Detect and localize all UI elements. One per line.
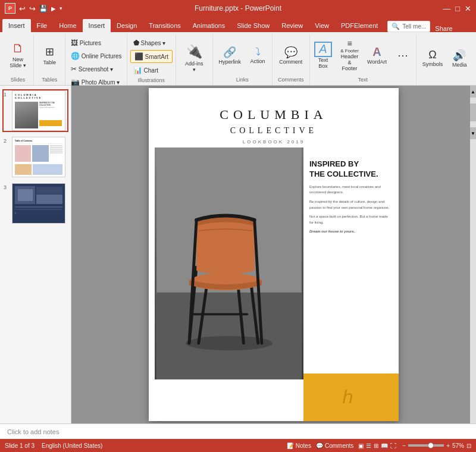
scroll-down-btn[interactable]: ▼: [470, 127, 476, 139]
smartart-btn[interactable]: ⬛ SmartArt: [130, 50, 173, 63]
scroll-thumb[interactable]: [470, 103, 476, 121]
view-normal-btn[interactable]: ▣: [358, 442, 364, 449]
new-slide-label: NewSlide ▾: [10, 56, 26, 68]
title-bar: P ↩ ↪ 💾 ▶ ▾ Furniture.pptx - PowerPoint …: [0, 0, 476, 17]
notes-icon: 📝: [287, 442, 294, 449]
zoom-level: 57%: [452, 442, 464, 449]
slide-num-3: 3: [4, 184, 10, 190]
ribbon-group-illustrations: ⬟ Shapes ▾ ⬛ SmartArt 📊 Chart Illustrati…: [127, 34, 176, 85]
zoom-in-btn[interactable]: +: [446, 442, 450, 449]
close-btn[interactable]: ✕: [465, 4, 471, 13]
comments-btn[interactable]: 💬 Comments: [316, 442, 353, 449]
online-pictures-btn[interactable]: 🌐 Online Pictures: [68, 50, 125, 62]
play-btn[interactable]: ▶: [51, 5, 56, 12]
zoom-out-btn[interactable]: −: [402, 442, 406, 449]
screenshot-btn[interactable]: ✂ Screenshot ▾: [68, 63, 125, 75]
slide-panel[interactable]: 1 COLUMBIA COLLECTIVE INSPIRED BY THE CO…: [0, 86, 71, 423]
zoom-thumb[interactable]: [428, 442, 434, 448]
view-presenter-btn[interactable]: ⛶: [390, 442, 396, 449]
fit-btn[interactable]: ⊡: [466, 442, 471, 449]
wordart-label: WordArt: [367, 59, 387, 65]
textbox-btn[interactable]: A TextBox: [311, 37, 335, 73]
media-label: Media: [452, 62, 467, 68]
comment-icon: 💬: [284, 46, 298, 59]
hyperlink-icon: 🔗: [223, 46, 236, 59]
shapes-btn[interactable]: ⬟ Shapes ▾: [130, 37, 173, 49]
view-outline-btn[interactable]: ☰: [366, 442, 371, 449]
addins-btn[interactable]: 🔌 Add-ins ▾: [181, 40, 208, 76]
main-slide-canvas[interactable]: COLUMBIA COLLECTIVE LOOKBOOK 2019: [149, 88, 399, 421]
slide1-chair-photo: [155, 147, 303, 379]
more-text-btn[interactable]: ⋯: [391, 37, 415, 73]
save-btn[interactable]: 💾: [39, 5, 48, 12]
wordart-btn[interactable]: A WordArt: [364, 37, 390, 73]
ribbon-group-tables: ⊞ Table Tables: [34, 34, 65, 85]
more-text-icon: ⋯: [397, 49, 408, 62]
tab-file[interactable]: File: [31, 19, 54, 32]
tab-insert[interactable]: Insert: [83, 19, 111, 32]
ribbon-items-slides: 🗋 NewSlide ▾: [6, 34, 30, 76]
inspired-para4: Dream our house to yours.: [309, 229, 393, 235]
ribbon-group-slides: 🗋 NewSlide ▾ Slides: [2, 34, 34, 85]
media-btn[interactable]: 🔊 Media: [447, 40, 471, 76]
action-btn[interactable]: ⤵ Action: [246, 37, 270, 73]
tab-home[interactable]: Home: [53, 19, 82, 32]
notes-placeholder: Click to add notes: [7, 428, 59, 435]
comment-btn[interactable]: 💬 Comment: [275, 37, 306, 73]
table-btn[interactable]: ⊞ Table: [37, 37, 61, 73]
undo-btn[interactable]: ↩: [19, 4, 26, 13]
zoom-slider[interactable]: [408, 444, 444, 447]
slide-preview-3[interactable]: 9: [12, 183, 65, 224]
slide1-main-subtitle: COLLECTIVE: [149, 123, 399, 136]
tab-insert[interactable]: Insert: [2, 19, 31, 32]
header-footer-btn[interactable]: ≡& Footer Header& Footer: [336, 37, 363, 73]
chart-btn[interactable]: 📊 Chart: [130, 64, 173, 76]
header-footer-label: Header& Footer: [340, 54, 359, 71]
tab-animations[interactable]: Animations: [187, 19, 231, 32]
smartart-label: SmartArt: [145, 54, 168, 60]
share-btn[interactable]: Share: [435, 25, 452, 32]
slide-thumb-1[interactable]: 1 COLUMBIA COLLECTIVE INSPIRED BY THE CO…: [2, 89, 68, 132]
thumb1-gold: [39, 120, 62, 126]
canvas-area[interactable]: COLUMBIA COLLECTIVE LOOKBOOK 2019: [71, 86, 476, 423]
ribbon-group-symbols: Ω Symbols 🔊 Media: [416, 34, 474, 85]
action-label: Action: [250, 58, 265, 64]
hyperlink-btn[interactable]: 🔗 Hyperlink: [215, 37, 245, 73]
slide-thumb-3[interactable]: 3 9: [2, 182, 68, 225]
tell-me-input[interactable]: 🔍 Tell me...: [387, 21, 430, 32]
slide-preview-1[interactable]: COLUMBIA COLLECTIVE INSPIRED BY THE COLL…: [12, 90, 65, 131]
notes-bar[interactable]: Click to add notes: [0, 423, 476, 439]
maximize-btn[interactable]: □: [455, 4, 460, 13]
slide-thumb-2[interactable]: 2 Table of Contents: [2, 136, 68, 178]
tab-transitions[interactable]: Transitions: [143, 19, 186, 32]
minimize-btn[interactable]: —: [443, 4, 450, 13]
comment-label: Comment: [279, 59, 302, 65]
redo-btn[interactable]: ↪: [29, 4, 36, 13]
notes-btn[interactable]: 📝 Notes: [287, 442, 311, 449]
tab-slideshow[interactable]: Slide Show: [231, 19, 275, 32]
symbols-icon: Ω: [428, 49, 436, 61]
slide1-lookbook: LOOKBOOK 2019: [149, 136, 399, 145]
customize-btn[interactable]: ▾: [60, 5, 62, 11]
vertical-scrollbar[interactable]: ▲ ▼: [470, 86, 476, 423]
pictures-icon: 🖼: [71, 39, 78, 47]
thumb3-content: 9: [12, 184, 65, 223]
quick-access: ↩ ↪ 💾 ▶ ▾: [19, 4, 62, 13]
ribbon-group-images: 🖼 Pictures 🌐 Online Pictures ✂ Screensho…: [65, 34, 127, 85]
window-controls: — □ ✕: [443, 4, 471, 13]
view-reading-btn[interactable]: 📖: [381, 442, 388, 449]
tab-design[interactable]: Design: [111, 19, 143, 32]
new-slide-btn[interactable]: 🗋 NewSlide ▾: [6, 37, 30, 73]
chair-svg: [155, 147, 303, 379]
zoom-control[interactable]: ▣ ☰ ⊞ 📖 ⛶ − + 57% ⊡: [358, 442, 471, 449]
symbols-btn[interactable]: Ω Symbols: [419, 40, 447, 76]
view-sorter-btn[interactable]: ⊞: [374, 442, 378, 449]
tab-review[interactable]: Review: [275, 19, 309, 32]
pictures-btn[interactable]: 🖼 Pictures: [68, 37, 125, 49]
tab-view[interactable]: View: [309, 19, 335, 32]
slide-preview-2[interactable]: Table of Contents: [12, 137, 65, 177]
scroll-up-btn[interactable]: ▲: [470, 86, 476, 98]
tab-pdfelement[interactable]: PDFElement: [335, 19, 384, 32]
ribbon-tabs: Insert File File Home Insert Design Tran…: [0, 17, 476, 32]
slide1-main-title: COLUMBIA: [149, 88, 399, 123]
